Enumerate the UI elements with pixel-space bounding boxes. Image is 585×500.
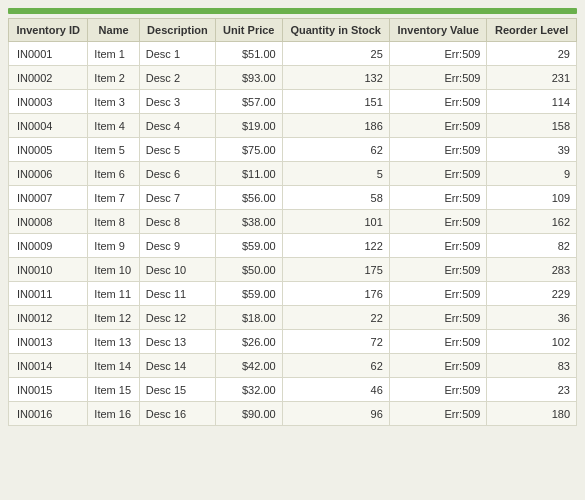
table-row: IN0007Item 7Desc 7$56.0058Err:509109	[9, 186, 577, 210]
table-cell: IN0007	[9, 186, 88, 210]
table-cell: 186	[282, 114, 389, 138]
table-cell: Desc 16	[139, 402, 215, 426]
table-cell: 158	[487, 114, 577, 138]
table-row: IN0012Item 12Desc 12$18.0022Err:50936	[9, 306, 577, 330]
table-cell: Desc 1	[139, 42, 215, 66]
table-cell: IN0012	[9, 306, 88, 330]
table-cell: $26.00	[215, 330, 282, 354]
table-cell: 22	[282, 306, 389, 330]
table-cell: 132	[282, 66, 389, 90]
table-cell: 151	[282, 90, 389, 114]
table-cell: Desc 6	[139, 162, 215, 186]
table-cell: 62	[282, 354, 389, 378]
table-cell: 283	[487, 258, 577, 282]
table-cell: IN0015	[9, 378, 88, 402]
table-cell: Desc 10	[139, 258, 215, 282]
table-cell: 36	[487, 306, 577, 330]
table-cell: 101	[282, 210, 389, 234]
table-cell: IN0002	[9, 66, 88, 90]
table-cell: Err:509	[389, 186, 487, 210]
table-cell: 5	[282, 162, 389, 186]
table-row: IN0009Item 9Desc 9$59.00122Err:50982	[9, 234, 577, 258]
table-cell: IN0016	[9, 402, 88, 426]
table-cell: 62	[282, 138, 389, 162]
table-cell: Desc 8	[139, 210, 215, 234]
table-cell: $75.00	[215, 138, 282, 162]
table-cell: $90.00	[215, 402, 282, 426]
table-cell: Err:509	[389, 306, 487, 330]
table-cell: 109	[487, 186, 577, 210]
table-cell: Item 11	[88, 282, 139, 306]
table-cell: 23	[487, 378, 577, 402]
table-cell: Desc 14	[139, 354, 215, 378]
table-row: IN0011Item 11Desc 11$59.00176Err:509229	[9, 282, 577, 306]
table-cell: Item 1	[88, 42, 139, 66]
table-cell: $59.00	[215, 234, 282, 258]
table-wrapper[interactable]: Inventory ID Name Description Unit Price…	[8, 18, 577, 498]
table-cell: IN0010	[9, 258, 88, 282]
table-cell: Desc 13	[139, 330, 215, 354]
table-cell: $38.00	[215, 210, 282, 234]
table-cell: IN0005	[9, 138, 88, 162]
table-cell: Err:509	[389, 210, 487, 234]
table-row: IN0002Item 2Desc 2$93.00132Err:509231	[9, 66, 577, 90]
table-cell: IN0013	[9, 330, 88, 354]
table-cell: Err:509	[389, 354, 487, 378]
table-cell: 46	[282, 378, 389, 402]
table-cell: $93.00	[215, 66, 282, 90]
table-cell: Desc 5	[139, 138, 215, 162]
table-cell: $57.00	[215, 90, 282, 114]
table-cell: 114	[487, 90, 577, 114]
table-cell: IN0011	[9, 282, 88, 306]
table-cell: $56.00	[215, 186, 282, 210]
table-row: IN0015Item 15Desc 15$32.0046Err:50923	[9, 378, 577, 402]
table-cell: 9	[487, 162, 577, 186]
table-cell: 58	[282, 186, 389, 210]
table-cell: 96	[282, 402, 389, 426]
table-cell: $59.00	[215, 282, 282, 306]
table-cell: IN0008	[9, 210, 88, 234]
table-row: IN0006Item 6Desc 6$11.005Err:5099	[9, 162, 577, 186]
table-cell: Err:509	[389, 90, 487, 114]
table-cell: 25	[282, 42, 389, 66]
table-cell: Desc 9	[139, 234, 215, 258]
col-header-description: Description	[139, 19, 215, 42]
table-cell: 82	[487, 234, 577, 258]
table-cell: Desc 7	[139, 186, 215, 210]
table-cell: Err:509	[389, 138, 487, 162]
table-cell: $42.00	[215, 354, 282, 378]
table-cell: Item 9	[88, 234, 139, 258]
table-row: IN0016Item 16Desc 16$90.0096Err:509180	[9, 402, 577, 426]
table-cell: 39	[487, 138, 577, 162]
table-cell: IN0014	[9, 354, 88, 378]
table-cell: 180	[487, 402, 577, 426]
table-cell: Item 12	[88, 306, 139, 330]
table-row: IN0014Item 14Desc 14$42.0062Err:50983	[9, 354, 577, 378]
table-cell: Err:509	[389, 162, 487, 186]
table-row: IN0010Item 10Desc 10$50.00175Err:509283	[9, 258, 577, 282]
table-cell: 72	[282, 330, 389, 354]
table-cell: 176	[282, 282, 389, 306]
table-cell: Item 7	[88, 186, 139, 210]
table-cell: Item 6	[88, 162, 139, 186]
top-accent-bar	[8, 8, 577, 14]
table-row: IN0001Item 1Desc 1$51.0025Err:50929	[9, 42, 577, 66]
table-cell: $11.00	[215, 162, 282, 186]
col-header-inventory-id: Inventory ID	[9, 19, 88, 42]
table-cell: Err:509	[389, 402, 487, 426]
table-cell: Err:509	[389, 258, 487, 282]
table-cell: 175	[282, 258, 389, 282]
table-cell: $19.00	[215, 114, 282, 138]
table-cell: Err:509	[389, 378, 487, 402]
table-cell: Item 5	[88, 138, 139, 162]
table-cell: $50.00	[215, 258, 282, 282]
table-cell: Item 4	[88, 114, 139, 138]
col-header-unit-price: Unit Price	[215, 19, 282, 42]
table-cell: 102	[487, 330, 577, 354]
col-header-reorder-level: Reorder Level	[487, 19, 577, 42]
table-cell: IN0004	[9, 114, 88, 138]
table-cell: Desc 15	[139, 378, 215, 402]
table-cell: Err:509	[389, 66, 487, 90]
table-row: IN0008Item 8Desc 8$38.00101Err:509162	[9, 210, 577, 234]
table-cell: Item 8	[88, 210, 139, 234]
